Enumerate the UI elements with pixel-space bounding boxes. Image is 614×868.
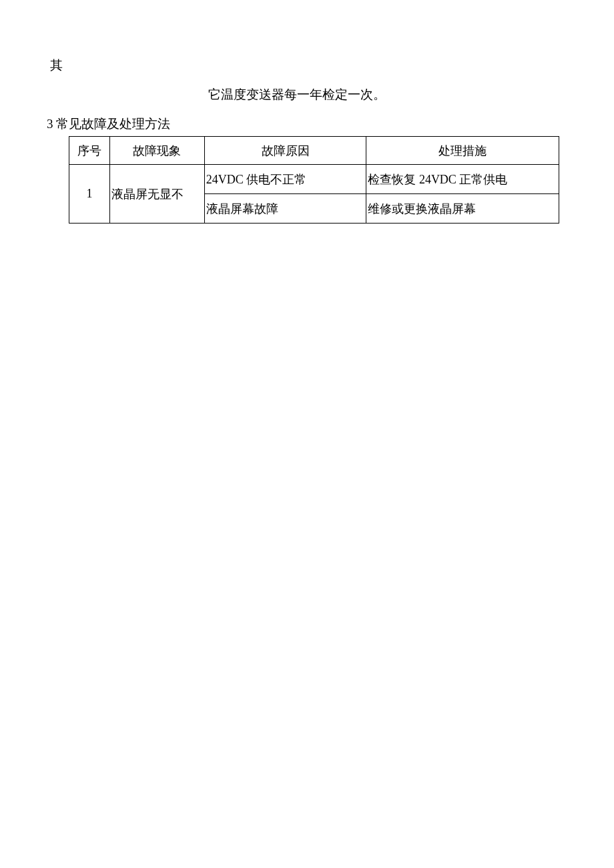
cell-cause: 液晶屏幕故障: [204, 194, 366, 224]
cell-seqno: 1: [69, 165, 110, 224]
text-line2: 它温度变送器每一年检定一次。: [208, 86, 564, 103]
table-row: 1 液晶屏无显不 24VDC 供电不正常 检查恢复 24VDC 正常供电: [69, 165, 559, 194]
cell-phenomenon: 液晶屏无显不: [109, 165, 204, 224]
header-measure: 处理措施: [366, 137, 559, 165]
text-qi: 其: [50, 57, 564, 74]
fault-table: 序号 故障现象 故障原因 处理措施 1 液晶屏无显不 24VDC 供电不正常 检…: [69, 136, 559, 224]
header-seqno: 序号: [69, 137, 110, 165]
cell-cause: 24VDC 供电不正常: [204, 165, 366, 194]
header-cause: 故障原因: [204, 137, 366, 165]
cell-measure: 检查恢复 24VDC 正常供电: [366, 165, 559, 194]
header-phenomenon: 故障现象: [109, 137, 204, 165]
cell-measure: 维修或更换液晶屏幕: [366, 194, 559, 224]
section-title: 3 常见故障及处理方法: [47, 115, 564, 133]
